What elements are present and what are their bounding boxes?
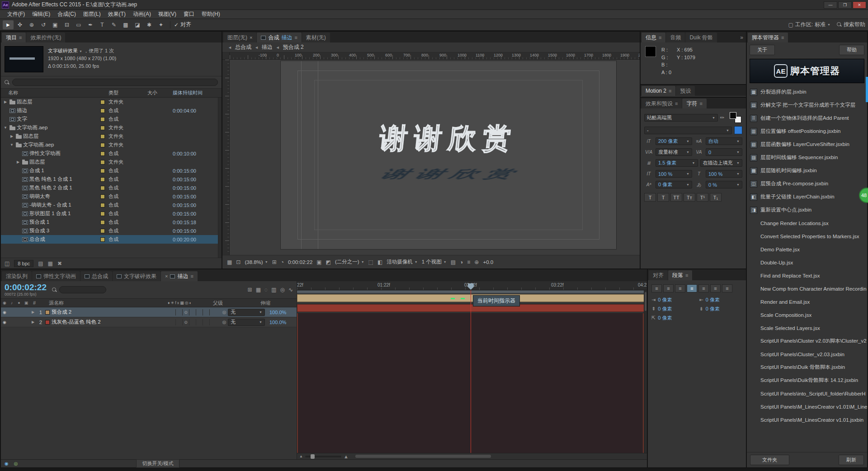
faux-style-button[interactable]: TT bbox=[670, 193, 682, 202]
frame-blending-icon[interactable]: ▥ bbox=[271, 287, 276, 293]
view-layout-select[interactable]: 1 个视图▼ bbox=[422, 259, 447, 265]
interpret-footage-icon[interactable]: ◫ bbox=[5, 260, 9, 267]
justify-all[interactable]: ≡ bbox=[722, 284, 732, 292]
close-button[interactable]: ✕ bbox=[853, 1, 866, 9]
tracking-select[interactable]: 0▼ bbox=[706, 148, 742, 156]
tab-effect-controls[interactable]: 效果控件(无) bbox=[26, 33, 65, 42]
character-tab[interactable]: 字符 ≡ bbox=[682, 99, 706, 108]
label-color-chip[interactable] bbox=[100, 134, 105, 139]
menu-item[interactable]: 窗口 bbox=[180, 9, 198, 19]
toggle-switches-modes-button[interactable]: 切换开关/模式 bbox=[136, 459, 179, 468]
script-item[interactable]: ScriptUI Panels\Duik 骨骼脚本.jsxbin bbox=[747, 361, 867, 374]
menu-item[interactable]: 图层(L) bbox=[80, 9, 104, 19]
graph-editor-icon[interactable]: ∿ bbox=[288, 287, 293, 293]
viewer-timecode[interactable]: 0:00:02:22 bbox=[288, 259, 312, 265]
layer-color-chip[interactable] bbox=[45, 320, 50, 325]
indent-field[interactable]: ⇟ 0 像素 bbox=[699, 306, 743, 312]
menu-item[interactable]: 编辑(E) bbox=[28, 9, 54, 19]
indent-field[interactable]: ⇱ 0 像素 bbox=[651, 315, 695, 321]
label-color-chip[interactable] bbox=[100, 229, 105, 233]
font-size-select[interactable]: 200 像素▼ bbox=[656, 137, 692, 145]
panel-menu-icon[interactable]: ≡ bbox=[685, 273, 688, 278]
hide-shy-layers-icon[interactable]: ◌ bbox=[264, 287, 268, 293]
tsume-field[interactable]: 0 %▼ bbox=[706, 181, 742, 188]
script-item[interactable]: Render and Email.jsx bbox=[747, 295, 867, 308]
layer-row[interactable]: ◉ ▶ 1 预合成 2 ⊙ ◎ bbox=[1, 307, 297, 317]
project-row[interactable]: 黑色 纯色 1 合成 1 合成 0:00:15:00 bbox=[1, 175, 222, 184]
project-row[interactable]: 描边 合成 0:00:04:00 bbox=[1, 106, 222, 115]
layer-track[interactable] bbox=[297, 293, 647, 303]
eraser-tool[interactable]: ◪ bbox=[132, 20, 143, 29]
script-item[interactable]: Change Render Locations.jsx bbox=[747, 217, 867, 230]
timeline-tab[interactable]: 总合成 bbox=[80, 271, 112, 281]
twirl-icon[interactable]: ▶ bbox=[3, 100, 8, 104]
presets-tab[interactable]: 预设 bbox=[676, 86, 695, 96]
indent-field[interactable]: ⇞ 0 像素 bbox=[651, 306, 695, 312]
panel-menu-icon[interactable]: ≡ bbox=[294, 35, 297, 40]
column-duration[interactable]: 媒体持续时间 bbox=[173, 89, 222, 96]
indent-field[interactable]: ⇤ 0 像素 bbox=[699, 297, 743, 303]
maximize-button[interactable]: ❐ bbox=[838, 1, 852, 9]
hand-tool[interactable]: ✜ bbox=[14, 20, 25, 29]
faux-style-button[interactable]: T bbox=[644, 193, 656, 202]
new-composition-icon[interactable]: ▦ bbox=[48, 260, 53, 267]
panel-menu-icon[interactable]: ≡ bbox=[699, 101, 702, 106]
layer-name[interactable]: 浅灰色-品蓝色 纯色 2 bbox=[52, 319, 175, 325]
camera-tool[interactable]: ▣ bbox=[50, 20, 61, 29]
project-row[interactable]: ▶ 固态层 文件夹 bbox=[1, 98, 222, 106]
script-item[interactable]: Double-Up.jsx bbox=[747, 256, 867, 269]
magnification-select[interactable]: (38.8%)▼ bbox=[245, 259, 268, 265]
project-row[interactable]: ▶ 固态层 文件夹 bbox=[1, 158, 222, 166]
layer-color-chip[interactable] bbox=[45, 310, 50, 315]
layer-duration-bar[interactable] bbox=[297, 304, 647, 312]
column-stretch[interactable]: 伸缩 bbox=[260, 300, 297, 306]
always-preview-icon[interactable]: ▦ bbox=[227, 259, 232, 265]
layer-name[interactable]: 预合成 2 bbox=[52, 309, 175, 316]
layer-twirl-icon[interactable]: ▶ bbox=[30, 310, 36, 314]
current-time-indicator-line[interactable] bbox=[471, 290, 471, 453]
script-item[interactable]: ScriptUI Panels\Duik骨骼脚本 14.12.jsxbin bbox=[747, 374, 867, 387]
label-color-chip[interactable] bbox=[100, 160, 105, 165]
layer-switches[interactable]: ⊙ bbox=[175, 319, 221, 325]
script-item[interactable]: ▩ 层层随机时间偏移.jsxbin bbox=[747, 164, 867, 177]
script-item[interactable]: ScriptUI Panels\M_LinesCreator v1.01\M_L… bbox=[747, 400, 867, 413]
rotation-tool[interactable]: ↺ bbox=[38, 20, 49, 29]
project-bit-depth[interactable]: 8 bpc bbox=[14, 260, 33, 267]
zoom-in-icon[interactable]: ▲ bbox=[344, 454, 349, 459]
project-row[interactable]: 合成 1 合成 0:00:15:00 bbox=[1, 166, 222, 175]
project-row[interactable]: 预合成 1 合成 0:00:15:18 bbox=[1, 218, 222, 226]
timeline-search-field[interactable] bbox=[52, 286, 106, 293]
flowchart-icon[interactable]: ⊕ bbox=[474, 259, 479, 265]
timeline-vscroll[interactable] bbox=[644, 290, 647, 453]
motion-blur-icon[interactable]: ◎ bbox=[280, 287, 284, 293]
label-color-chip[interactable] bbox=[100, 126, 105, 130]
project-row[interactable]: 形状图层 1 合成 1 合成 0:00:15:00 bbox=[1, 209, 222, 218]
roi-icon[interactable]: ⬚ bbox=[368, 259, 373, 265]
keyframe-icon[interactable] bbox=[461, 298, 465, 299]
timeline-zoom-slider[interactable] bbox=[305, 456, 341, 457]
fast-preview-icon[interactable]: ◑ bbox=[460, 259, 463, 265]
label-color-chip[interactable] bbox=[100, 237, 105, 242]
roto-brush-tool[interactable]: ✱ bbox=[144, 20, 155, 29]
script-item[interactable]: ◨ 重新设置中心点.jsxbin bbox=[747, 203, 867, 217]
panel-menu-icon[interactable]: ≡ bbox=[190, 273, 193, 279]
project-row[interactable]: 文字 合成 bbox=[1, 115, 222, 123]
character-tab[interactable]: 效果和预设 ≡ bbox=[642, 99, 682, 108]
timeline-tab[interactable]: 弹性文字动画 bbox=[32, 271, 80, 281]
snap-toggle[interactable]: ✓ 对齐 bbox=[174, 21, 191, 28]
align-left[interactable]: ≡ bbox=[651, 284, 662, 292]
script-item[interactable]: Convert Selected Properties to Markers.j… bbox=[747, 230, 867, 243]
horizontal-scale-field[interactable]: 100 %▼ bbox=[706, 170, 742, 178]
refresh-button[interactable]: 刷新 bbox=[839, 455, 864, 465]
tab-overflow-icon[interactable]: » bbox=[738, 34, 745, 41]
faux-style-button[interactable]: Tᴛ bbox=[684, 193, 695, 202]
project-row[interactable]: ▼ 文字动画.aep 文件夹 bbox=[1, 123, 222, 132]
zoom-tool[interactable]: ⊕ bbox=[26, 20, 37, 29]
menu-item[interactable]: 文件(F) bbox=[4, 9, 28, 19]
column-parent[interactable]: 父级 bbox=[213, 300, 260, 306]
layer-twirl-icon[interactable]: ▶ bbox=[30, 320, 36, 324]
script-item[interactable]: ▧ 层层函数偏移 LayerCurveShifter.jsxbin bbox=[747, 138, 867, 151]
timeline-tab[interactable]: 文字破碎效果 bbox=[113, 271, 160, 281]
script-item[interactable]: ▤ 分解文字 把一个文字层分成若干个文字层 bbox=[747, 99, 867, 112]
script-item[interactable]: ScriptUI Panels\into_ScriptUI_folder\Rub… bbox=[747, 387, 867, 400]
